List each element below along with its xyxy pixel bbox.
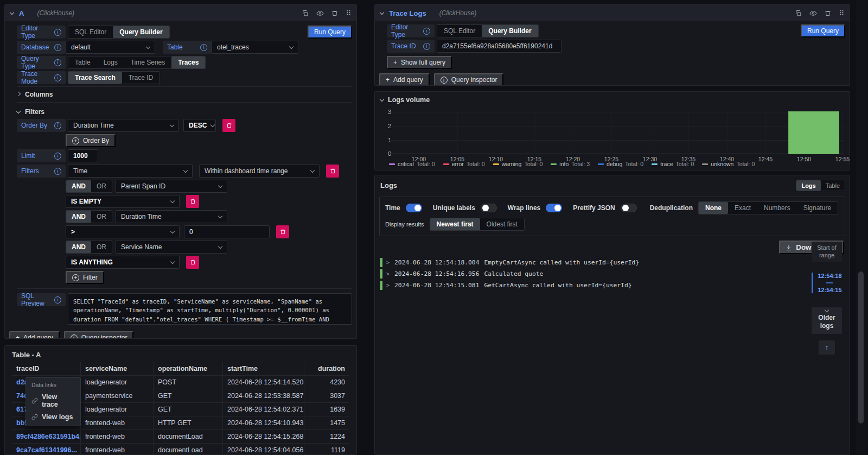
order-by-direction-select[interactable]: DESC [183, 119, 216, 132]
collapse-chevron-icon[interactable] [380, 10, 384, 14]
legend-item-debug[interactable]: debugTotal: 0 [598, 161, 643, 167]
col-header-servicename[interactable]: serviceName [81, 362, 154, 375]
duplicate-query-icon[interactable] [302, 10, 309, 17]
legend-item-unknown[interactable]: unknownTotal: 0 [702, 161, 755, 167]
filter2-value-input[interactable]: 0 [184, 225, 270, 238]
query-type-traces[interactable]: Traces [171, 56, 205, 68]
expand-log-chevron-icon[interactable]: > [386, 260, 390, 266]
query-inspector-button[interactable]: iQuery inspector [64, 331, 134, 339]
trace-mode-trace-search[interactable]: Trace Search [68, 72, 122, 84]
view-trace-link[interactable]: View trace [31, 393, 75, 408]
legend-item-critical[interactable]: criticalTotal: 0 [389, 161, 435, 167]
remove-filter1-button[interactable] [186, 195, 199, 208]
col-header-starttime[interactable]: startTime [223, 362, 304, 375]
editor-type-sql-editor[interactable]: SQL Editor [437, 25, 482, 37]
info-icon[interactable]: i [423, 43, 430, 50]
bool-or[interactable]: OR [91, 241, 112, 253]
dedup-numbers[interactable]: Numbers [757, 202, 797, 214]
remove-filter-button[interactable] [326, 165, 339, 178]
filter3-field-select[interactable]: Service Name [116, 241, 227, 254]
col-header-traceid[interactable]: traceID [12, 362, 81, 375]
info-icon[interactable]: i [54, 74, 61, 81]
table-select[interactable]: otel_traces [212, 41, 298, 54]
editor-type-query-builder[interactable]: Query Builder [113, 26, 169, 38]
col-header-operationname[interactable]: operationName [154, 362, 223, 375]
add-filter-button[interactable]: +Filter [66, 271, 104, 284]
run-query-button[interactable]: Run Query [308, 26, 352, 39]
query-inspector-button[interactable]: iQuery inspector [434, 73, 504, 86]
filter-time-field-select[interactable]: Time [68, 165, 193, 178]
info-icon[interactable]: i [200, 44, 207, 51]
scroll-to-top-button[interactable]: ↑ [819, 340, 835, 355]
info-icon[interactable]: i [54, 153, 61, 160]
trace-id-link[interactable]: 89cf4286e631591b4... [12, 430, 81, 443]
dedup-signature[interactable]: Signature [797, 202, 838, 214]
legend-item-trace[interactable]: traceTotal: 0 [652, 161, 694, 167]
hide-query-eye-icon[interactable] [809, 10, 817, 17]
oldest-first-option[interactable]: Oldest first [480, 218, 524, 230]
visible-range-indicator[interactable]: 12:54:18 12:54:15 [812, 273, 841, 293]
query-ref-title[interactable]: A [19, 9, 24, 17]
wrap-lines-toggle[interactable] [546, 204, 562, 212]
database-select[interactable]: default [66, 41, 155, 54]
col-header-duration[interactable]: duration [304, 362, 349, 375]
query-ref-title[interactable]: Trace Logs [389, 9, 426, 17]
dedup-none[interactable]: None [699, 202, 728, 214]
hide-query-eye-icon[interactable] [316, 10, 324, 17]
bool-and[interactable]: AND [66, 241, 91, 253]
page-scrollbar-thumb[interactable] [858, 271, 864, 424]
filter1-operator-select[interactable]: IS EMPTY [66, 195, 180, 208]
add-query-button[interactable]: +Add query [379, 73, 430, 86]
prettify-json-toggle[interactable] [621, 204, 637, 212]
delete-query-icon[interactable] [331, 10, 338, 17]
legend-item-error[interactable]: errorTotal: 0 [443, 161, 485, 167]
query-type-table[interactable]: Table [68, 56, 97, 68]
info-icon[interactable]: i [54, 168, 61, 175]
info-icon[interactable]: i [54, 296, 61, 304]
delete-query-icon[interactable] [825, 10, 831, 17]
view-table-option[interactable]: Table [821, 180, 845, 191]
duplicate-query-icon[interactable] [795, 10, 802, 17]
remove-filter2-button[interactable] [276, 225, 289, 238]
newest-first-option[interactable]: Newest first [430, 218, 480, 230]
log-line[interactable]: > 2024-06-28 12:54:15.081 GetCartAsync c… [380, 281, 814, 290]
legend-item-info[interactable]: infoTotal: 3 [551, 161, 590, 167]
add-query-button[interactable]: +Add query [9, 331, 60, 339]
legend-item-warning[interactable]: warningTotal: 0 [493, 161, 543, 167]
info-logs-bar[interactable] [789, 112, 839, 154]
editor-type-query-builder[interactable]: Query Builder [482, 25, 538, 37]
trace-id-link[interactable]: 9ca7caf61341996... [12, 444, 81, 455]
filter-time-value-select[interactable]: Within dashboard time range [199, 165, 320, 178]
filter2-field-select[interactable]: Duration Time [116, 210, 227, 223]
filters-section-toggle[interactable]: Filters [17, 105, 352, 119]
filter3-operator-select[interactable]: IS ANYTHING [66, 256, 180, 269]
filter2-operator-select[interactable]: > [66, 225, 180, 238]
logs-volume-header[interactable]: Logs volume [375, 92, 850, 104]
view-logs-option[interactable]: Logs [796, 180, 820, 191]
run-query-button[interactable]: Run Query [801, 24, 845, 37]
time-toggle[interactable] [406, 204, 422, 212]
query-type-time-series[interactable]: Time Series [124, 56, 172, 68]
order-by-field-select[interactable]: Duration Time [68, 119, 179, 132]
older-logs-button[interactable]: Older logs [812, 307, 842, 334]
info-icon[interactable]: i [54, 44, 61, 51]
bool-and[interactable]: AND [66, 211, 91, 223]
info-icon[interactable]: i [54, 29, 61, 36]
collapse-chevron-icon[interactable] [10, 10, 14, 14]
editor-type-sql-editor[interactable]: SQL Editor [68, 26, 113, 38]
log-line[interactable]: > 2024-06-28 12:54:16.956 Calculated quo… [380, 269, 814, 279]
expand-log-chevron-icon[interactable]: > [386, 271, 390, 277]
drag-handle-icon[interactable]: ⠿ [346, 9, 351, 17]
remove-filter3-button[interactable] [186, 256, 199, 269]
info-icon[interactable]: i [423, 28, 430, 35]
bool-and[interactable]: AND [66, 180, 91, 192]
view-logs-link[interactable]: View logs [31, 413, 75, 421]
add-order-by-button[interactable]: +Order By [66, 134, 116, 147]
columns-section-toggle[interactable]: Columns [17, 86, 352, 103]
trace-mode-trace-id[interactable]: Trace ID [122, 72, 160, 84]
info-icon[interactable]: i [54, 122, 61, 129]
bool-or[interactable]: OR [91, 180, 112, 192]
unique-labels-toggle[interactable] [481, 204, 497, 212]
log-line[interactable]: > 2024-06-28 12:54:18.004 EmptyCartAsync… [380, 258, 814, 267]
show-full-query-button[interactable]: +Show full query [387, 56, 452, 69]
